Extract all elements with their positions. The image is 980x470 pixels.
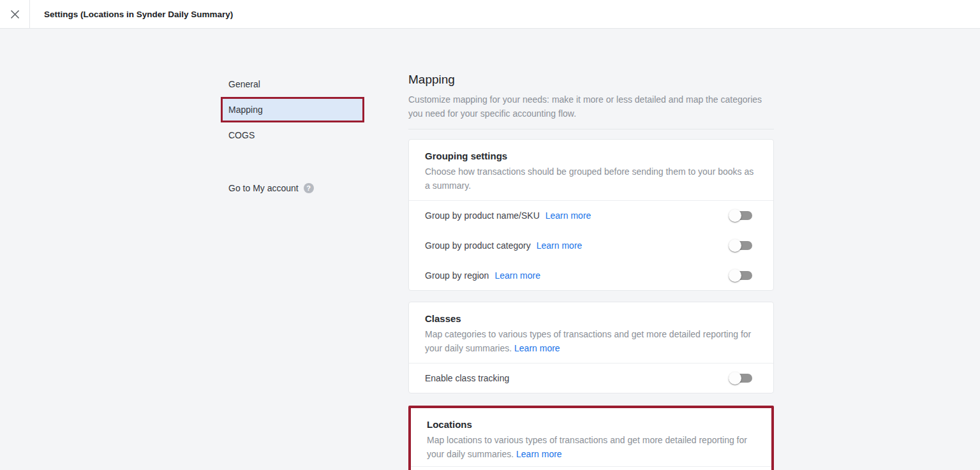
go-to-my-account-label: Go to My account [228, 183, 299, 193]
card-title: Grouping settings [425, 150, 757, 162]
sidebar-item-cogs[interactable]: COGS [221, 122, 364, 148]
learn-more-link[interactable]: Learn more [537, 240, 583, 251]
learn-more-link[interactable]: Learn more [514, 343, 560, 353]
learn-more-link[interactable]: Learn more [494, 270, 540, 281]
grouping-settings-card: Grouping settings Choose how transaction… [408, 139, 774, 291]
learn-more-link[interactable]: Learn more [516, 449, 562, 459]
window-title: Settings (Locations in Synder Daily Summ… [30, 0, 233, 28]
locations-card: Locations Map locations to various types… [408, 406, 774, 470]
toggle-group-by-region[interactable] [729, 269, 754, 282]
setting-label: Group by product name/SKU [425, 210, 540, 221]
learn-more-link[interactable]: Learn more [546, 210, 591, 221]
toggle-thumb [729, 269, 741, 282]
go-to-my-account-link[interactable]: Go to My account ? [221, 183, 364, 193]
help-icon[interactable]: ? [304, 183, 314, 193]
settings-sidebar: General Mapping COGS Go to My account ? [221, 71, 364, 193]
setting-label: Group by product category [425, 240, 531, 251]
classes-card: Classes Map categories to various types … [408, 302, 774, 393]
card-title: Classes [425, 312, 757, 325]
sidebar-item-mapping[interactable]: Mapping [221, 97, 364, 122]
card-title: Locations [427, 418, 755, 430]
setting-row: Group by region Learn more [409, 260, 773, 290]
sidebar-item-general[interactable]: General [221, 71, 364, 97]
setting-label: Enable class tracking [425, 373, 509, 383]
card-description-text: Map locations to various types of transa… [427, 435, 747, 459]
card-description: Map locations to various types of transa… [427, 433, 755, 461]
close-icon[interactable] [0, 0, 29, 28]
card-description-text: Map categories to various types of trans… [425, 329, 751, 353]
page-title: Mapping [408, 72, 774, 87]
card-description: Map categories to various types of trans… [425, 327, 757, 355]
topbar: Settings (Locations in Synder Daily Summ… [0, 0, 980, 29]
toggle-thumb [729, 239, 741, 252]
card-description: Choose how transactions should be groupe… [425, 165, 757, 193]
toggle-enable-class-tracking[interactable] [729, 372, 754, 385]
setting-row: Enable class tracking [409, 363, 773, 393]
setting-row: Group by product category Learn more [409, 230, 773, 260]
toggle-thumb [729, 372, 741, 385]
toggle-thumb [729, 209, 741, 222]
setting-label: Group by region [425, 270, 489, 281]
card-header: Classes Map categories to various types … [409, 302, 773, 363]
section-divider [408, 129, 774, 129]
mapping-panel: Mapping Customize mapping for your needs… [408, 72, 774, 470]
card-header: Grouping settings Choose how transaction… [409, 140, 773, 200]
toggle-group-by-product-sku[interactable] [729, 209, 754, 222]
toggle-group-by-product-category[interactable] [729, 239, 754, 252]
settings-page: General Mapping COGS Go to My account ? … [0, 29, 980, 470]
setting-row: Enable location tracking [411, 466, 771, 470]
setting-row: Group by product name/SKU Learn more [409, 200, 773, 230]
card-header: Locations Map locations to various types… [411, 408, 771, 466]
page-description: Customize mapping for your needs: make i… [408, 92, 774, 121]
